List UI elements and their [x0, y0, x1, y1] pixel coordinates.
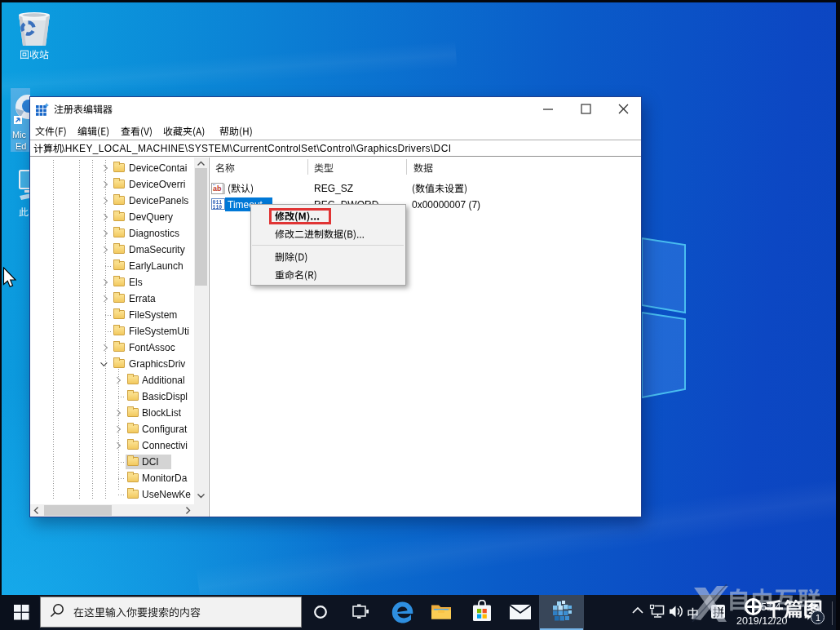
svg-text:ab: ab	[213, 184, 222, 193]
svg-text:110: 110	[213, 204, 223, 210]
